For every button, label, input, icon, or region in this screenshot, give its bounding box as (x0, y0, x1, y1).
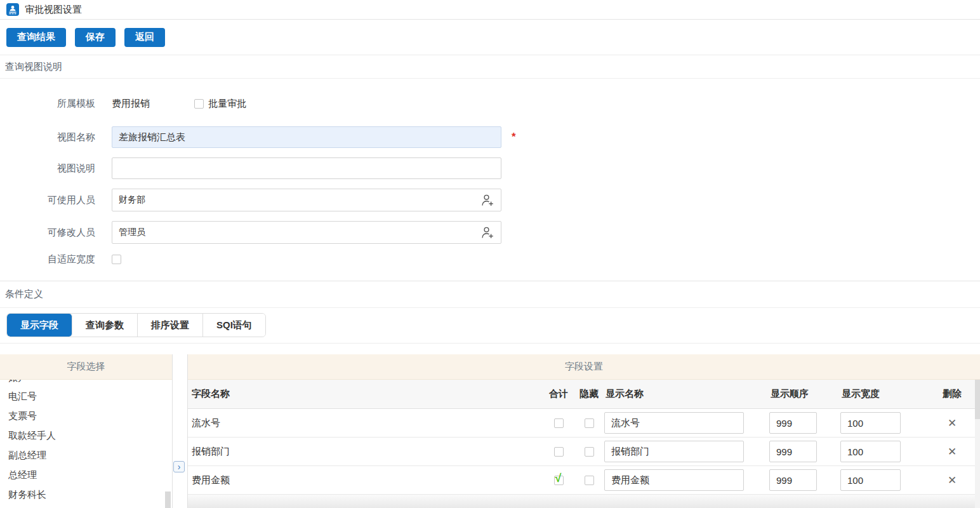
display-order-input[interactable] (769, 469, 817, 491)
list-item[interactable]: 账户 (0, 380, 172, 387)
allowed-users-row: 可使用人员 财务部 (0, 189, 980, 211)
field-select-title: 字段选择 (0, 354, 172, 380)
view-name-label: 视图名称 (0, 131, 95, 144)
toolbar: 查询结果 保存 返回 (0, 20, 980, 55)
table-row: 流水号 ✕ (188, 409, 980, 438)
approval-badge-icon (6, 3, 19, 16)
delete-row-button[interactable]: ✕ (948, 446, 957, 457)
list-item[interactable]: 取款经手人 (0, 426, 172, 446)
page-title: 审批视图设置 (25, 4, 82, 16)
batch-approval-label: 批量审批 (208, 98, 246, 110)
template-label: 所属模板 (0, 98, 95, 110)
template-value: 费用报销 (112, 98, 150, 110)
tab-query-params[interactable]: 查询参数 (72, 314, 138, 337)
list-item[interactable]: 总经理 (0, 465, 172, 485)
editors-label: 可修改人员 (0, 227, 95, 239)
tab-sort-settings[interactable]: 排序设置 (138, 314, 203, 337)
editors-value: 管理员 (119, 227, 145, 238)
field-name: 费用金额 (188, 474, 543, 486)
display-order-input[interactable] (769, 412, 817, 434)
adaptive-width-row: 自适应宽度 (0, 253, 980, 265)
field-settings-title: 字段设置 (188, 354, 980, 380)
table-scrollbar[interactable] (975, 380, 980, 508)
display-order-input[interactable] (769, 441, 817, 462)
field-select-panel: 字段选择 账户 电汇号 支票号 取款经手人 副总经理 总经理 财务科长 (0, 354, 173, 508)
display-name-input[interactable] (604, 469, 744, 491)
list-scrollbar-thumb[interactable] (165, 491, 171, 508)
back-button[interactable]: 返回 (124, 28, 165, 47)
hide-checkbox[interactable] (585, 476, 594, 485)
tab-sql-statement[interactable]: SQI语句 (203, 314, 265, 337)
save-button[interactable]: 保存 (75, 28, 116, 47)
hide-checkbox[interactable] (585, 418, 594, 428)
view-desc-label: 视图说明 (0, 163, 95, 175)
editors-field[interactable]: 管理员 (112, 221, 501, 244)
list-item[interactable]: 副总经理 (0, 446, 172, 465)
field-settings-panel: 字段设置 字段名称 合计 隐藏 显示名称 显示顺序 显示宽度 删除 流水号 ✕ … (187, 354, 980, 508)
view-name-input[interactable] (112, 126, 501, 148)
display-width-input[interactable] (840, 441, 901, 462)
adaptive-width-checkbox[interactable] (112, 255, 121, 264)
list-item[interactable]: 支票号 (0, 406, 172, 426)
display-name-input[interactable] (604, 441, 744, 462)
title-bar: 审批视图设置 (0, 0, 980, 20)
col-display-order: 显示顺序 (769, 388, 840, 400)
tab-group: 显示字段 查询参数 排序设置 SQI语句 (6, 313, 266, 337)
sum-checkbox-checked[interactable]: √ (554, 476, 564, 485)
col-hidden: 隐藏 (574, 388, 604, 400)
table-row: 费用金额 √ ✕ (188, 466, 980, 495)
allowed-users-value: 财务部 (119, 194, 145, 206)
section-condition: 条件定义 (0, 281, 980, 308)
view-name-row: 视图名称 * (0, 126, 980, 148)
batch-approval-checkbox[interactable] (194, 99, 204, 109)
view-desc-row: 视图说明 (0, 157, 980, 179)
delete-row-button[interactable]: ✕ (948, 475, 957, 486)
table-footer-strip (188, 495, 980, 508)
allowed-users-field[interactable]: 财务部 (112, 189, 501, 211)
hide-checkbox[interactable] (585, 447, 594, 457)
display-width-input[interactable] (840, 469, 901, 491)
batch-approval-option: 批量审批 (194, 98, 246, 110)
add-user-icon (480, 225, 494, 239)
col-field-name: 字段名称 (188, 388, 543, 400)
required-asterisk: * (512, 131, 516, 144)
check-icon: √ (555, 472, 562, 485)
adaptive-width-label: 自适应宽度 (0, 253, 95, 265)
field-name: 流水号 (188, 417, 543, 429)
table-row: 报销部门 ✕ (188, 438, 980, 466)
delete-row-button[interactable]: ✕ (948, 418, 957, 429)
display-name-input[interactable] (604, 412, 744, 434)
view-info-form: 所属模板 费用报销 批量审批 视图名称 * 视图说明 可使用人员 财务部 (0, 79, 980, 281)
table-scrollbar-thumb[interactable] (975, 380, 980, 419)
table-header-row: 字段名称 合计 隐藏 显示名称 显示顺序 显示宽度 删除 (188, 380, 980, 409)
fields-area: 字段选择 账户 电汇号 支票号 取款经手人 副总经理 总经理 财务科长 › 字段… (0, 354, 980, 508)
col-display-width: 显示宽度 (840, 388, 924, 400)
add-editor-button[interactable] (480, 225, 494, 239)
condition-tabs: 显示字段 查询参数 排序设置 SQI语句 (0, 308, 980, 344)
tab-display-fields[interactable]: 显示字段 (7, 314, 72, 337)
editors-row: 可修改人员 管理员 (0, 221, 980, 244)
sum-checkbox[interactable] (554, 418, 564, 428)
list-item[interactable]: 财务科长 (0, 485, 172, 505)
view-desc-input[interactable] (112, 157, 501, 179)
col-sum: 合计 (543, 388, 574, 400)
col-display-name: 显示名称 (604, 388, 769, 400)
sum-checkbox[interactable] (554, 447, 564, 457)
list-item[interactable]: 电汇号 (0, 387, 172, 406)
add-user-button[interactable] (480, 193, 494, 207)
field-name: 报销部门 (188, 446, 543, 458)
query-result-button[interactable]: 查询结果 (6, 28, 66, 47)
allowed-users-label: 可使用人员 (0, 194, 95, 206)
expand-panel-button[interactable]: › (173, 461, 185, 472)
col-delete: 删除 (924, 388, 980, 400)
add-user-icon (480, 193, 494, 207)
field-select-list: 账户 电汇号 支票号 取款经手人 副总经理 总经理 财务科长 (0, 380, 172, 505)
display-width-input[interactable] (840, 412, 901, 434)
section-view-info: 查询视图说明 (0, 55, 980, 79)
template-row: 所属模板 费用报销 批量审批 (0, 98, 980, 110)
